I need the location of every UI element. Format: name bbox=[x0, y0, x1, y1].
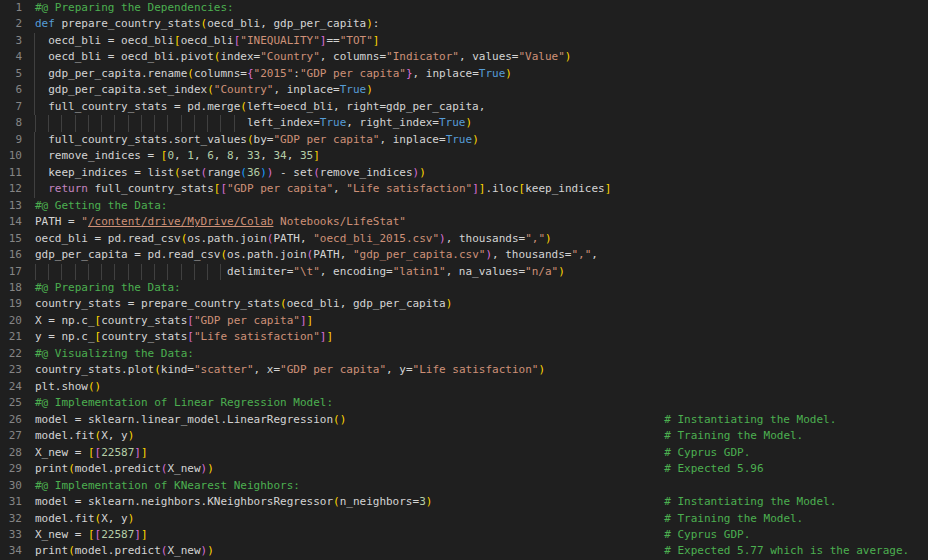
code-line[interactable]: 17delimiter="\t", encoding="latin1", na_… bbox=[0, 264, 928, 280]
code-token: y = np.c_ bbox=[35, 330, 95, 343]
line-number: 30 bbox=[0, 478, 22, 494]
code-token: ] bbox=[134, 446, 141, 459]
code-line[interactable]: 14PATH = "/content/drive/MyDrive/Colab N… bbox=[0, 214, 928, 230]
code-token: ] bbox=[472, 182, 479, 195]
code-token: range bbox=[207, 166, 240, 179]
code-token: left_index= bbox=[247, 116, 320, 129]
line-number: 28 bbox=[0, 445, 22, 461]
code-token: kind= bbox=[161, 363, 194, 376]
code-token: n_neighbors= bbox=[340, 495, 419, 508]
indent-guides bbox=[35, 115, 247, 131]
code-line[interactable]: 28X_new = [[22587]] # Cyprus GDP. bbox=[0, 445, 928, 461]
code-token: ) bbox=[485, 248, 492, 261]
code-line[interactable]: 4 oecd_bli = oecd_bli.pivot(index="Count… bbox=[0, 49, 928, 65]
code-line[interactable]: 21y = np.c_[country_stats["Life satisfac… bbox=[0, 329, 928, 345]
code-line[interactable]: 9 full_country_stats.sort_values(by="GDP… bbox=[0, 132, 928, 148]
indent-guide bbox=[34, 148, 35, 164]
code-token: left=oecd_bli, right=gdp_per_capita, bbox=[247, 100, 485, 113]
code-text: print(model.predict(X_new)) # Expected 5… bbox=[22, 461, 764, 477]
code-line[interactable]: 15oecd_bli = pd.read_csv(os.path.join(PA… bbox=[0, 231, 928, 247]
code-line[interactable]: 30#@ Implementation of KNearest Neighbor… bbox=[0, 478, 928, 494]
code-token: ( bbox=[240, 166, 247, 179]
code-line[interactable]: 24plt.show() bbox=[0, 379, 928, 395]
code-text: y = np.c_[country_stats["Life satisfacti… bbox=[22, 329, 333, 345]
code-token: "GDP per capita" bbox=[280, 363, 386, 376]
code-token: # Expected 5.96 bbox=[664, 462, 763, 475]
code-line[interactable]: 5 gdp_per_capita.rename(columns={"2015":… bbox=[0, 66, 928, 82]
code-text: #@ Preparing the Dependencies: bbox=[22, 0, 234, 16]
code-line[interactable]: 18#@ Preparing the Data: bbox=[0, 280, 928, 296]
code-line[interactable]: 32model.fit(X, y) # Training the Model. bbox=[0, 511, 928, 527]
code-line[interactable]: 23country_stats.plot(kind="scatter", x="… bbox=[0, 362, 928, 378]
code-token: , columns= bbox=[320, 50, 386, 63]
code-token: ( bbox=[207, 83, 214, 96]
code-token bbox=[346, 413, 664, 426]
code-token: ( bbox=[68, 462, 75, 475]
code-token: [ bbox=[88, 528, 95, 541]
code-line[interactable]: 22#@ Visualizing the Data: bbox=[0, 346, 928, 362]
indent-guide bbox=[34, 66, 35, 82]
code-token: ) bbox=[366, 83, 373, 96]
code-token: ) bbox=[565, 50, 572, 63]
code-text: left_index=True, right_index=True) bbox=[22, 115, 472, 131]
code-token: "GDP per capita" bbox=[300, 67, 406, 80]
code-token: True bbox=[340, 83, 367, 96]
code-token: "gdp_per_capita.csv" bbox=[353, 248, 485, 261]
code-token: ( bbox=[68, 544, 75, 557]
code-token: "Value" bbox=[519, 50, 565, 63]
code-token: ( bbox=[280, 297, 287, 310]
code-token: prepare_country_stats bbox=[55, 17, 201, 30]
code-token: , bbox=[591, 248, 598, 261]
code-line[interactable]: 8left_index=True, right_index=True) bbox=[0, 115, 928, 131]
code-token: gdp_per_capita.set_index bbox=[35, 83, 207, 96]
code-line[interactable]: 1#@ Preparing the Dependencies: bbox=[0, 0, 928, 16]
code-token: oecd_bli = oecd_bli bbox=[35, 34, 174, 47]
code-line[interactable]: 25#@ Implementation of Linear Regression… bbox=[0, 395, 928, 411]
code-line[interactable]: 13#@ Getting the Data: bbox=[0, 198, 928, 214]
code-token: full_country_stats = pd.merge bbox=[35, 100, 240, 113]
code-token: ( bbox=[88, 380, 95, 393]
code-token: : bbox=[373, 17, 380, 30]
code-line[interactable]: 11 keep_indices = list(set(range(36)) - … bbox=[0, 165, 928, 181]
code-token: oecd_bli, gdp_per_capita bbox=[207, 17, 366, 30]
code-token: "scatter" bbox=[194, 363, 254, 376]
code-line[interactable]: 29print(model.predict(X_new)) # Expected… bbox=[0, 461, 928, 477]
code-token: ) bbox=[472, 133, 479, 146]
code-token: ) bbox=[207, 462, 214, 475]
code-token: } bbox=[406, 67, 413, 80]
code-token: , bbox=[214, 149, 227, 162]
code-token: X_new = bbox=[35, 528, 88, 541]
code-token: [ bbox=[88, 446, 95, 459]
line-number: 6 bbox=[0, 82, 22, 98]
code-text: gdp_per_capita.rename(columns={"2015":"G… bbox=[22, 66, 512, 82]
code-token: 1 bbox=[187, 149, 194, 162]
code-token: model.predict bbox=[75, 544, 161, 557]
code-line[interactable]: 7 full_country_stats = pd.merge(left=oec… bbox=[0, 99, 928, 115]
code-line[interactable]: 26model = sklearn.linear_model.LinearReg… bbox=[0, 412, 928, 428]
code-token: plt.show bbox=[35, 380, 88, 393]
code-line[interactable]: 31model = sklearn.neighbors.KNeighborsRe… bbox=[0, 494, 928, 510]
code-token: ] bbox=[134, 528, 141, 541]
code-line[interactable]: 20X = np.c_[country_stats["GDP per capit… bbox=[0, 313, 928, 329]
code-line[interactable]: 12 return full_country_stats[["GDP per c… bbox=[0, 181, 928, 197]
code-line[interactable]: 19country_stats = prepare_country_stats(… bbox=[0, 296, 928, 312]
code-editor[interactable]: 1#@ Preparing the Dependencies:2def prep… bbox=[0, 0, 928, 560]
code-line[interactable]: 27model.fit(X, y) # Training the Model. bbox=[0, 428, 928, 444]
code-text: remove_indices = [0, 1, 6, 8, 33, 34, 35… bbox=[22, 148, 320, 164]
code-line[interactable]: 3 oecd_bli = oecd_bli[oecd_bli["INEQUALI… bbox=[0, 33, 928, 49]
code-token: "," bbox=[571, 248, 591, 261]
code-token: oecd_bli = pd.read_csv bbox=[35, 232, 181, 245]
code-text: X_new = [[22587]] # Cyprus GDP. bbox=[22, 445, 750, 461]
line-number: 23 bbox=[0, 362, 22, 378]
code-token: ) bbox=[466, 116, 473, 129]
code-line[interactable]: 10 remove_indices = [0, 1, 6, 8, 33, 34,… bbox=[0, 148, 928, 164]
code-token: "TOT" bbox=[340, 34, 373, 47]
code-token: # Cyprus GDP. bbox=[664, 446, 750, 459]
code-token: [ bbox=[187, 314, 194, 327]
code-line[interactable]: 2def prepare_country_stats(oecd_bli, gdp… bbox=[0, 16, 928, 32]
code-token: True bbox=[479, 67, 506, 80]
code-line[interactable]: 34print(model.predict(X_new)) # Expected… bbox=[0, 543, 928, 559]
code-line[interactable]: 6 gdp_per_capita.set_index("Country", in… bbox=[0, 82, 928, 98]
code-line[interactable]: 33X_new = [[22587]] # Cyprus GDP. bbox=[0, 527, 928, 543]
code-line[interactable]: 16gdp_per_capita = pd.read_csv(os.path.j… bbox=[0, 247, 928, 263]
